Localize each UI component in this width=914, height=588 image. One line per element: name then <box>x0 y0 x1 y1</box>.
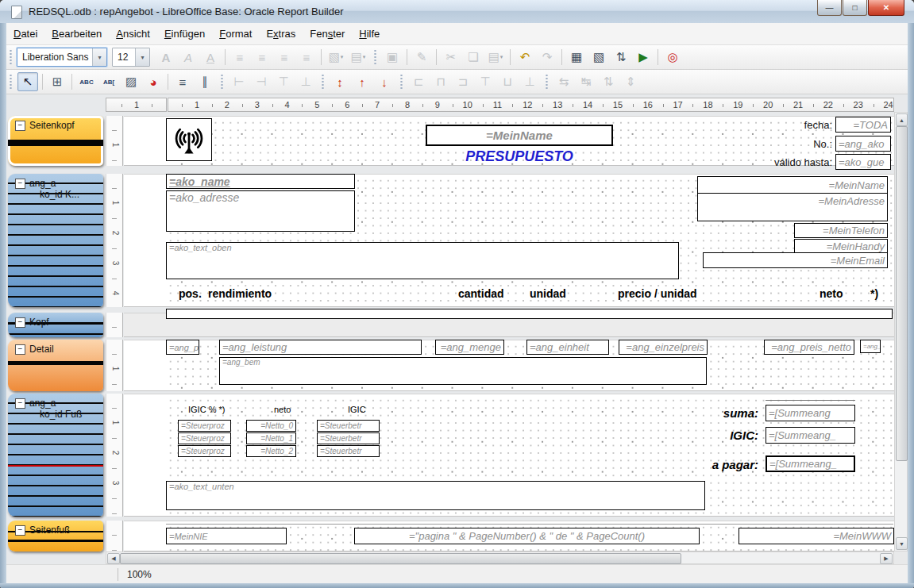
field-ang-pos[interactable]: =ang_po <box>166 340 199 355</box>
section-seitenkopf[interactable]: − Seitenkopf <box>8 116 103 166</box>
column-star-label[interactable]: *) <box>870 287 878 300</box>
toolbar-grip[interactable] <box>9 48 13 66</box>
field-steuerproz-1[interactable]: =Steuerproz <box>178 420 231 432</box>
a-pagar-label[interactable]: a pagar: <box>671 458 758 471</box>
shrink-bottom-icon[interactable]: ↓ <box>374 72 395 91</box>
vertical-scrollbar[interactable]: ▲ ▼ <box>894 112 908 551</box>
section-group-header[interactable]: − ang_a ko_id K... <box>8 174 103 307</box>
resize-handles-icon[interactable]: ⊞ <box>47 72 67 91</box>
line-spacing-icon[interactable]: ≡ <box>172 72 193 91</box>
field-ang-einheit[interactable]: =ang_einheit <box>526 340 609 355</box>
shrink-top-icon[interactable]: ↑ <box>352 72 372 91</box>
section-kopf[interactable]: − Kopf <box>8 313 103 337</box>
column-cantidad-label[interactable]: cantidad <box>458 287 504 300</box>
field-suma[interactable]: =[Summeang <box>766 405 855 421</box>
fecha-label[interactable]: fecha: <box>731 119 832 131</box>
add-field-icon[interactable]: ▦ <box>566 48 587 67</box>
collapse-icon[interactable]: − <box>15 525 25 536</box>
collapse-icon[interactable]: − <box>15 398 25 409</box>
menu-fenster[interactable]: Fenster <box>303 25 352 43</box>
field-no[interactable]: =ang_ako <box>835 136 891 152</box>
horizontal-scrollbar[interactable]: ◀ ▶ <box>106 551 894 564</box>
field-valido-hasta[interactable]: =ako_gue <box>835 154 891 170</box>
field-netto-2[interactable]: =Netto_2 <box>246 445 296 457</box>
field-mein-telefon[interactable]: =MeinTelefon <box>794 223 888 238</box>
toolbar-grip[interactable] <box>9 73 13 90</box>
section-group-footer[interactable]: − ang_a ko_id Fuß <box>8 394 103 517</box>
field-ang-bem[interactable]: =ang_bem <box>219 357 707 385</box>
horizontal-scroll-thumb[interactable] <box>120 553 681 564</box>
report-title[interactable]: PRESUPUESTO <box>426 148 613 165</box>
section-seitenfuss[interactable]: − Seitenfuß <box>8 521 103 551</box>
valido-hasta-label[interactable]: válido hasta: <box>731 156 832 168</box>
scroll-right-icon[interactable]: ▶ <box>880 553 893 564</box>
font-name-combo[interactable]: Liberation Sans ▾ <box>17 48 107 67</box>
field-absender-block[interactable]: =MeinName =MeinAdresse <box>697 176 888 221</box>
menu-format[interactable]: Format <box>212 25 259 43</box>
column-pos-label[interactable]: pos. <box>179 287 202 300</box>
menu-bearbeiten[interactable]: Bearbeiten <box>44 25 109 43</box>
chart-icon[interactable]: ◕ <box>143 72 164 91</box>
zoom-level[interactable]: 100% <box>127 569 152 580</box>
toolbar-grip[interactable] <box>220 73 224 90</box>
menu-ansicht[interactable]: Ansicht <box>109 25 157 43</box>
field-ako-name[interactable]: =ako_name <box>166 174 355 189</box>
scroll-left-icon[interactable]: ◀ <box>107 553 120 564</box>
menu-einfgen[interactable]: Einfügen <box>157 25 212 43</box>
field-mein-name-header[interactable]: =MeinName <box>426 125 613 146</box>
minimize-button[interactable]: — <box>817 0 842 16</box>
font-size-dropdown-icon[interactable]: ▾ <box>135 48 149 66</box>
empty-frame[interactable] <box>166 309 893 319</box>
image-control-icon[interactable]: ▨ <box>121 72 141 91</box>
collapse-icon[interactable]: − <box>15 344 25 355</box>
field-fecha[interactable]: =TODA <box>835 117 891 133</box>
toolbar-grip[interactable] <box>373 48 377 66</box>
collapse-icon[interactable]: − <box>15 121 25 131</box>
field-ang-einzelpreis[interactable]: =ang_einzelpreis <box>619 340 708 355</box>
label-field-icon[interactable]: ABC <box>76 72 97 91</box>
close-button[interactable]: ✕ <box>868 0 904 16</box>
field-ako-text-oben[interactable]: =ako_text_oben <box>166 242 679 279</box>
column-unidad-label[interactable]: unidad <box>530 287 566 300</box>
toolbar-grip[interactable] <box>399 73 403 90</box>
field-ako-adresse[interactable]: =ako_adresse <box>166 190 355 232</box>
menu-hilfe[interactable]: Hilfe <box>352 25 387 43</box>
column-layout-icon[interactable]: ∥ <box>195 72 215 91</box>
field-pagina-expression[interactable]: ="pagina " & PageNumber() & " de " & Pag… <box>354 528 700 544</box>
sorting-icon[interactable]: ⇅ <box>611 48 631 67</box>
font-size-combo[interactable]: 12 ▾ <box>112 48 150 67</box>
field-ang-leistung[interactable]: =ang_leistung <box>219 340 422 355</box>
section-detail[interactable]: − Detail <box>8 340 103 391</box>
igic-sum-label[interactable]: IGIC: <box>679 429 758 442</box>
field-mein-www[interactable]: =MeinWWW <box>739 528 894 544</box>
field-netto-1[interactable]: =Netto_1 <box>246 432 296 444</box>
column-rendimiento-label[interactable]: rendimiento <box>208 287 272 300</box>
neto-label[interactable]: neto <box>274 405 291 414</box>
field-steuerproz-3[interactable]: =Steuerproz <box>178 445 231 457</box>
undo-icon[interactable]: ↶ <box>515 48 535 67</box>
field-igic-sum[interactable]: =[Summeang_ <box>766 427 855 444</box>
collapse-icon[interactable]: − <box>15 179 25 189</box>
collapse-icon[interactable]: − <box>15 317 25 328</box>
field-ang-menge[interactable]: =ang_menge <box>435 340 504 355</box>
scroll-up-icon[interactable]: ▲ <box>896 113 908 126</box>
column-precio-unidad-label[interactable]: precio / unidad <box>618 287 697 300</box>
field-ang-extra[interactable]: =ang_ <box>860 340 881 353</box>
execute-report-icon[interactable]: ▶ <box>633 48 654 67</box>
field-mein-adresse[interactable]: =MeinAdresse <box>698 194 887 208</box>
igic-pct-label[interactable]: IGIC % *) <box>188 405 225 414</box>
field-steuerbetr-1[interactable]: =Steuerbetr <box>317 420 380 432</box>
text-box-icon[interactable]: AB[ <box>98 72 119 91</box>
menu-datei[interactable]: Datei <box>6 25 44 43</box>
vertical-scroll-thumb[interactable] <box>896 126 908 461</box>
field-steuerbetr-2[interactable]: =Steuerbetr <box>317 432 380 444</box>
fit-section-icon[interactable]: ↕ <box>330 72 350 91</box>
field-steuerproz-2[interactable]: =Steuerproz <box>178 432 231 444</box>
field-ang-preis-netto[interactable]: =ang_preis_netto <box>764 340 854 355</box>
report-navigator-icon[interactable]: ▧ <box>588 48 609 67</box>
column-neto-label[interactable]: neto <box>820 287 843 300</box>
toolbar-grip[interactable] <box>545 73 549 90</box>
field-mein-email[interactable]: =MeinEmail <box>703 252 888 268</box>
menu-extras[interactable]: Extras <box>259 25 303 43</box>
field-a-pagar[interactable]: =[Summeang_ <box>766 455 855 472</box>
